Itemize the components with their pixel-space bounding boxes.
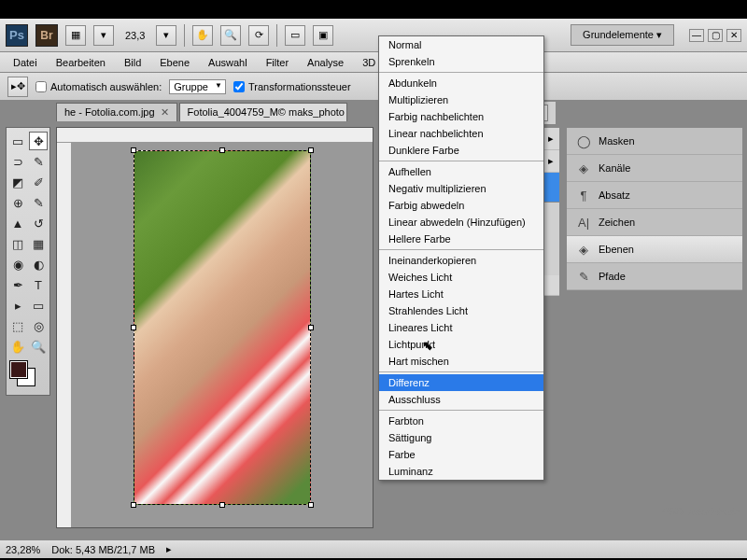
hand-tool[interactable]: ✋ [8,337,27,356]
lasso-tool[interactable]: ⊃ [8,152,27,171]
move-tool[interactable]: ✥ [29,132,48,150]
blend-mode-option[interactable]: Weiches Licht [379,269,543,286]
menu-ebene[interactable]: Ebene [150,54,199,71]
blur-tool[interactable]: ◉ [8,255,27,273]
hand-tool-icon[interactable]: ✋ [192,25,213,46]
blend-mode-option[interactable]: Linear abwedeln (Hinzufügen) [379,214,543,231]
zoom-tool-icon[interactable]: 🔍 [220,25,241,46]
blend-mode-option[interactable]: Hart mischen [379,353,543,370]
canvas-area[interactable] [72,143,373,527]
blend-mode-option[interactable]: Lineares Licht [379,319,543,336]
opacity-flyout-icon[interactable]: ▸ [548,133,554,145]
blend-mode-option[interactable]: Abdunkeln [379,75,543,91]
photoshop-icon[interactable]: Ps [6,24,28,47]
path-select-tool[interactable]: ▸ [8,296,27,315]
blend-mode-option[interactable]: Sprenkeln [379,53,543,70]
panel-tab-kanäle[interactable]: ◈Kanäle [567,155,742,182]
blend-mode-option[interactable]: Farbig abwedeln [379,197,543,214]
transform-handle[interactable] [131,325,136,330]
blend-mode-option[interactable]: Lichtpunkt [379,336,543,353]
3d-tool[interactable]: ⬚ [8,316,27,335]
menu-filter[interactable]: Filter [257,54,298,71]
layout-icon[interactable]: ▦ [65,25,86,46]
status-doc-size[interactable]: Dok: 5,43 MB/21,7 MB [51,544,155,555]
auto-select-checkbox[interactable]: Automatisch auswählen: [35,81,162,92]
quick-select-tool[interactable]: ✎ [29,152,48,171]
status-flyout-icon[interactable]: ▸ [166,543,172,555]
healing-tool[interactable]: ⊕ [8,193,27,212]
menu-analyse[interactable]: Analyse [298,54,353,71]
blend-mode-option[interactable]: Multiplizieren [379,91,543,108]
bridge-icon[interactable]: Br [35,24,58,47]
ruler-vertical[interactable] [57,143,72,527]
blend-mode-option[interactable]: Strahlendes Licht [379,302,543,319]
document-tab[interactable]: Fotolia_4004759_M© maks_photo - F✕ [179,103,347,121]
eyedropper-tool[interactable]: ✐ [29,173,48,191]
maximize-button[interactable]: ▢ [708,29,723,42]
screen-mode-icon[interactable]: ▣ [313,25,333,46]
transform-handle[interactable] [131,502,136,508]
workspace-switcher[interactable]: Grundelemente ▾ [571,24,674,46]
fill-flyout-icon[interactable]: ▸ [548,155,554,167]
dropdown-icon[interactable]: ▾ [93,25,114,46]
minimize-button[interactable]: — [689,29,704,42]
blend-mode-option[interactable]: Differenz [379,374,543,391]
shape-tool[interactable]: ▭ [29,296,48,315]
blend-mode-option[interactable]: Dunklere Farbe [379,142,543,159]
blend-mode-option[interactable]: Negativ multiplizieren [379,180,543,197]
blend-mode-dropdown[interactable]: NormalSprenkelnAbdunkelnMultiplizierenFa… [378,35,544,481]
blend-mode-option[interactable]: Ausschluss [379,391,543,408]
menu-auswahl[interactable]: Auswahl [199,54,257,71]
blend-mode-option[interactable]: Ineinanderkopieren [379,252,543,269]
panel-tab-pfade[interactable]: ✎Pfade [567,263,742,290]
brush-tool[interactable]: ✎ [29,193,48,212]
panel-tab-absatz[interactable]: ¶Absatz [567,182,742,209]
arrange-icon[interactable]: ▭ [285,25,305,46]
transform-handle[interactable] [131,147,136,153]
close-icon[interactable]: ✕ [161,106,169,118]
transform-controls-checkbox[interactable]: Transformationssteuer [233,81,351,92]
crop-tool[interactable]: ◩ [8,173,27,191]
pen-tool[interactable]: ✒ [8,275,27,294]
blend-mode-option[interactable]: Farbig nachbelichten [379,108,543,125]
rotate-view-icon[interactable]: ⟳ [248,25,269,46]
menu-bild[interactable]: Bild [115,54,150,71]
blend-mode-option[interactable]: Sättigung [379,429,543,446]
transform-handle[interactable] [308,147,314,153]
blend-mode-option[interactable]: Aufhellen [379,163,543,180]
panel-tab-masken[interactable]: ◯Masken [567,128,742,155]
transform-handle[interactable] [219,502,225,508]
ruler-horizontal[interactable] [57,128,373,143]
color-swatches[interactable] [8,361,48,391]
close-button[interactable]: ✕ [726,29,741,42]
history-brush-tool[interactable]: ↺ [29,214,48,232]
blend-mode-option[interactable]: Linear nachbelichten [379,125,543,142]
transform-handle[interactable] [219,147,225,153]
menu-bearbeiten[interactable]: Bearbeiten [47,54,115,71]
3d-camera-tool[interactable]: ◎ [29,316,48,335]
blend-mode-option[interactable]: Normal [379,36,543,53]
gradient-tool[interactable]: ▦ [29,234,48,253]
zoom-tool[interactable]: 🔍 [29,337,48,356]
blend-mode-option[interactable]: Farbe [379,446,543,463]
marquee-tool[interactable]: ▭ [8,132,27,150]
menu-datei[interactable]: Datei [4,54,47,71]
auto-select-type-dropdown[interactable]: Gruppe [169,79,226,94]
foreground-color[interactable] [10,361,27,378]
type-tool[interactable]: T [29,275,48,294]
blend-mode-option[interactable]: Hartes Licht [379,286,543,302]
blend-mode-option[interactable]: Hellere Farbe [379,231,543,247]
image-layer[interactable] [134,150,311,505]
document-tab[interactable]: he - Fotolia.com.jpg✕ [56,103,177,121]
transform-handle[interactable] [308,502,314,508]
eraser-tool[interactable]: ◫ [8,234,27,253]
blend-mode-option[interactable]: Luminanz [379,463,543,480]
panel-tab-zeichen[interactable]: A|Zeichen [567,209,742,236]
blend-mode-option[interactable]: Farbton [379,413,543,429]
stamp-tool[interactable]: ▲ [8,214,27,232]
status-zoom[interactable]: 23,28% [6,544,40,555]
dodge-tool[interactable]: ◐ [29,255,48,273]
zoom-dropdown[interactable]: ▾ [156,25,176,46]
transform-handle[interactable] [308,325,314,330]
panel-tab-ebenen[interactable]: ◈Ebenen [567,236,742,263]
